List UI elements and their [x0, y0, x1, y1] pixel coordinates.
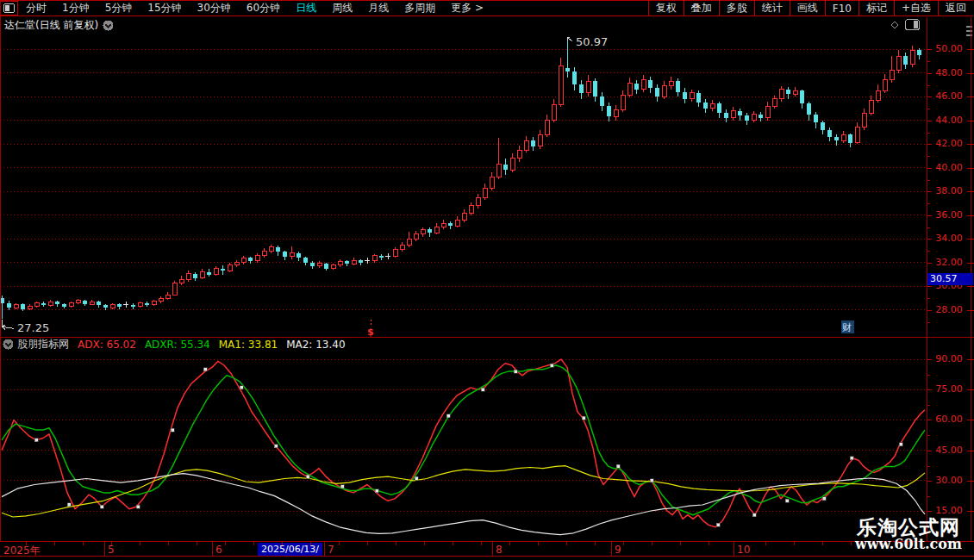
week-tick: [709, 542, 709, 545]
month-gridline: [324, 542, 325, 557]
axis-tick: [927, 310, 932, 311]
week-tick: [197, 542, 197, 545]
period-tab-周线[interactable]: 周线: [324, 1, 360, 16]
indicator-chart[interactable]: [0, 352, 927, 541]
axis-tick: [927, 389, 932, 390]
period-tab-5分钟[interactable]: 5分钟: [97, 1, 140, 16]
signal-marker: [67, 503, 71, 507]
signal-marker: [752, 513, 756, 517]
axis-tick: [927, 49, 932, 50]
watermark: 乐淘公式网 www.60lt.com: [855, 517, 962, 552]
action-button-叠加[interactable]: 叠加: [684, 1, 719, 16]
time-axis-label: 8: [496, 544, 503, 556]
time-axis-label: 7: [328, 544, 334, 556]
period-tab-日线[interactable]: 日线: [288, 1, 324, 16]
period-tab-月线[interactable]: 月线: [360, 1, 396, 16]
period-tab-60分钟[interactable]: 60分钟: [239, 1, 288, 16]
price-axis-label: 36.00: [928, 209, 970, 221]
axis-tick: [967, 96, 974, 97]
indicator-axis-label: 90.00: [928, 353, 970, 364]
axis-minor-tick: [927, 435, 930, 436]
crosshair-date-tag: 2025/06/13/五: [258, 543, 322, 556]
week-tick: [26, 542, 27, 545]
signal-marker: [899, 443, 902, 446]
axis-tick: [967, 481, 974, 482]
indicator-axis-label: 30.00: [928, 475, 970, 486]
panel-divider[interactable]: [0, 337, 974, 338]
week-tick: [111, 542, 112, 545]
resize-grip-icon[interactable]: [966, 25, 973, 37]
watermark-site-name: 乐淘公式网: [855, 517, 962, 538]
week-tick: [453, 542, 453, 545]
axis-minor-tick: [927, 61, 930, 62]
axis-tick: [927, 144, 932, 145]
indicator-value: ADX: 65.02: [78, 339, 136, 351]
action-button-复权[interactable]: 复权: [648, 1, 684, 16]
axis-tick: [967, 359, 974, 360]
signal-marker: [650, 479, 653, 482]
week-tick: [680, 542, 681, 545]
week-tick: [83, 542, 84, 545]
candlestick-chart[interactable]: 50.9727.25$财: [0, 33, 927, 337]
week-tick: [566, 542, 567, 545]
signal-marker: [171, 428, 174, 432]
action-button-画线[interactable]: 画线: [790, 1, 825, 16]
indicator-axis-label: 45.00: [928, 445, 970, 456]
price-axis-label: 40.00: [928, 162, 970, 173]
week-tick: [339, 542, 340, 545]
period-tab-分时[interactable]: 分时: [18, 1, 54, 16]
week-tick: [765, 542, 766, 545]
action-button-标记[interactable]: 标记: [858, 1, 894, 16]
price-axis-label: 50.00: [928, 43, 970, 54]
axis-tick: [967, 144, 974, 145]
month-gridline: [734, 542, 734, 557]
action-button-统计[interactable]: 统计: [754, 1, 790, 16]
axis-tick: [967, 310, 974, 311]
week-tick: [282, 542, 283, 545]
period-tab-多周期[interactable]: 多周期: [396, 1, 443, 16]
period-tab-更多 >[interactable]: 更多 >: [443, 1, 491, 16]
month-gridline: [611, 542, 612, 557]
indicator-axis-label: 75.00: [928, 383, 970, 395]
signal-marker: [34, 439, 38, 442]
axis-minor-tick: [927, 322, 930, 323]
price-axis-label: 32.00: [928, 257, 970, 268]
indicator-name[interactable]: 股朋指标网: [17, 337, 69, 352]
action-button-多股[interactable]: 多股: [719, 1, 754, 16]
chevron-down-icon[interactable]: [103, 20, 114, 31]
split-panel-icon: [3, 3, 15, 13]
collapse-chevron-icon[interactable]: [3, 339, 14, 350]
layout-icon[interactable]: [905, 19, 920, 30]
diamond-icon[interactable]: [890, 20, 900, 30]
axis-tick: [967, 239, 974, 240]
chart-titlebar: 达仁堂(日线 前复权): [0, 17, 927, 33]
action-button-F10[interactable]: F10: [825, 1, 858, 16]
action-button-返回[interactable]: 返回: [938, 1, 973, 16]
panel-toggle-button[interactable]: [0, 1, 18, 16]
period-tab-30分钟[interactable]: 30分钟: [190, 1, 239, 16]
indicator-line-MA2: [2, 474, 925, 535]
month-gridline: [492, 542, 493, 557]
period-tab-1分钟[interactable]: 1分钟: [54, 1, 97, 16]
action-button-+自选[interactable]: +自选: [894, 1, 938, 16]
axis-tick: [967, 73, 974, 74]
week-tick: [652, 542, 652, 545]
axis-minor-tick: [927, 109, 930, 109]
axis-minor-tick: [927, 375, 930, 376]
signal-marker: [550, 364, 553, 367]
week-tick: [538, 542, 539, 545]
axis-tick: [927, 96, 932, 97]
signal-marker: [340, 485, 344, 488]
price-axis-label: 34.00: [928, 233, 970, 244]
time-axis[interactable]: 2025/06/13/五 2025年5678910: [0, 541, 974, 557]
crosshair-price-tag: 30.57: [927, 273, 973, 285]
axis-minor-tick: [927, 496, 930, 497]
axis-minor-tick: [927, 405, 930, 406]
axis-minor-tick: [927, 298, 930, 299]
period-tab-15分钟[interactable]: 15分钟: [140, 1, 189, 16]
axis-minor-tick: [927, 227, 930, 228]
week-tick: [225, 542, 226, 545]
watermark-url: www.60lt.com: [855, 538, 962, 552]
price-axis-label: 48.00: [928, 67, 970, 78]
signal-marker: [822, 497, 826, 501]
